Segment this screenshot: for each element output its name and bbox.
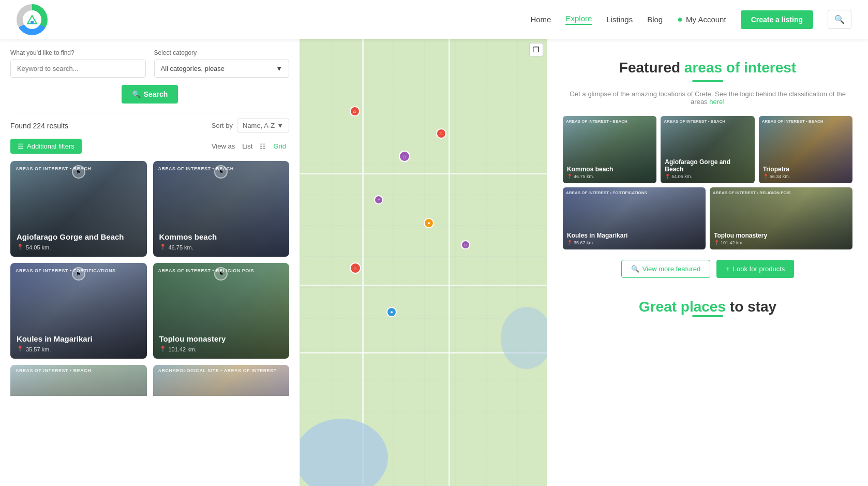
- search-label: What you'd like to find?: [10, 49, 146, 56]
- featured-desc-link[interactable]: here!: [709, 98, 725, 106]
- feat-card-distance: 📍 101.42 km.: [714, 240, 848, 245]
- nav-blog[interactable]: Blog: [647, 15, 663, 24]
- view-list-button[interactable]: List: [239, 141, 256, 152]
- nav-explore[interactable]: Explore: [565, 14, 592, 25]
- card-badge: AREAS OF INTEREST • FORTIFICATIONS: [16, 268, 115, 273]
- featured-card[interactable]: AREAS OF INTEREST • RELIGION POIS Toplou…: [710, 187, 852, 249]
- feat-card-inner: AREAS OF INTEREST • RELIGION POIS Toplou…: [710, 187, 852, 249]
- category-dropdown[interactable]: All categories, please ▼: [154, 60, 290, 78]
- map-pin[interactable]: ⌂: [350, 106, 360, 116]
- feat-card-content: Koules in Magarikari 📍 35.67 km.: [567, 232, 701, 245]
- card-pin-icon: ⚑: [214, 165, 228, 179]
- header-search-button[interactable]: 🔍: [828, 10, 851, 29]
- feat-card-distance: 📍 54.05 km.: [665, 174, 750, 179]
- look-products-button[interactable]: + Look for products: [716, 260, 794, 278]
- sort-area: Sort by Name, A-Z ▼: [212, 119, 289, 132]
- featured-card[interactable]: AREAS OF INTEREST • BEACH Kommos beach 📍…: [563, 116, 656, 183]
- card-content: Toplou monastery 📍 101.42 km.: [159, 334, 283, 352]
- card-distance: 📍 101.42 km.: [159, 346, 283, 352]
- category-field: Select category All categories, please ▼: [154, 49, 290, 78]
- chevron-down-icon: ▼: [276, 65, 282, 72]
- view-as-label: View as: [212, 142, 235, 150]
- featured-panel: Featured areas of interest Get a glimpse…: [547, 39, 868, 486]
- location-pin-icon: 📍: [17, 244, 24, 251]
- feat-card-badge: AREAS OF INTEREST • FORTIFICATIONS: [566, 190, 647, 195]
- sort-select[interactable]: Name, A-Z ▼: [237, 119, 289, 132]
- filters-view-bar: ☰ Additional filters View as List ☷ Grid: [10, 139, 289, 154]
- card-badge-partial: ARCHAEOLOGICAL SITE • AREAS OF INTEREST: [158, 368, 277, 373]
- sort-label: Sort by: [212, 122, 233, 129]
- additional-filters-button[interactable]: ☰ Additional filters: [10, 139, 82, 154]
- view-more-featured-button[interactable]: 🔍 View more featured: [621, 260, 711, 278]
- category-value: All categories, please: [161, 65, 225, 72]
- map-pin[interactable]: ⌂: [399, 151, 410, 162]
- feat-card-inner: AREAS OF INTEREST • BEACH Triopetra 📍 56…: [759, 116, 852, 183]
- filters-label: Additional filters: [27, 142, 74, 150]
- search-icon: 🔍: [834, 15, 845, 24]
- keyword-search-input[interactable]: [10, 60, 146, 78]
- category-label: Select category: [154, 49, 290, 56]
- featured-card[interactable]: AREAS OF INTEREST • FORTIFICATIONS Koule…: [563, 187, 706, 249]
- map-pin[interactable]: ●: [386, 307, 397, 317]
- divider: [10, 112, 289, 112]
- feat-card-content: Triopetra 📍 56.34 km.: [763, 166, 848, 179]
- great-places-suffix: to stay: [730, 299, 776, 315]
- feat-card-badge: AREAS OF INTEREST • BEACH: [664, 119, 725, 124]
- view-more-label: View more featured: [642, 265, 701, 273]
- header: Home Explore Listings Blog ● My Account …: [0, 0, 868, 39]
- feat-card-title: Triopetra: [763, 166, 848, 173]
- feat-card-badge: AREAS OF INTEREST • BEACH: [762, 119, 824, 124]
- map-area[interactable]: ⌂ ⌂ ⌂ ⌂ ● ⌂ ⌂ ● ❐: [300, 39, 547, 486]
- listing-card-partial[interactable]: ARCHAEOLOGICAL SITE • AREAS OF INTEREST: [153, 365, 290, 396]
- nav-listings[interactable]: Listings: [606, 15, 633, 24]
- nav-home[interactable]: Home: [530, 15, 551, 24]
- feat-card-title: Toplou monastery: [714, 232, 848, 239]
- view-options: View as List ☷ Grid: [212, 141, 289, 152]
- nav-account[interactable]: ● My Account: [677, 14, 726, 25]
- logo-inner: [23, 10, 41, 29]
- listing-card[interactable]: AREAS OF INTEREST • RELIGION POIS ⚑ Topl…: [153, 263, 290, 359]
- card-pin-icon: ⚑: [72, 165, 85, 179]
- card-badge: AREAS OF INTEREST • RELIGION POIS: [158, 268, 255, 273]
- great-places-title: Great places to stay: [578, 299, 837, 315]
- map-pin[interactable]: ●: [424, 218, 434, 228]
- svg-rect-1: [31, 21, 34, 24]
- look-products-label: Look for products: [733, 265, 785, 273]
- location-pin-icon: 📍: [159, 346, 167, 352]
- featured-actions: 🔍 View more featured + Look for products: [563, 260, 852, 278]
- map-pin[interactable]: ⌂: [350, 262, 361, 274]
- search-button[interactable]: 🔍 Search: [122, 85, 178, 104]
- title-underline: [692, 80, 723, 82]
- listing-card[interactable]: AREAS OF INTEREST • FORTIFICATIONS ⚑ Kou…: [10, 263, 147, 359]
- results-count: Found 224 results: [10, 122, 68, 130]
- card-content: Agiofarago Gorge and Beach 📍 54.05 km.: [17, 232, 141, 251]
- create-listing-button[interactable]: Create a listing: [741, 10, 813, 29]
- view-grid-button[interactable]: Grid: [270, 141, 289, 152]
- card-title: Toplou monastery: [159, 334, 283, 344]
- featured-card[interactable]: AREAS OF INTEREST • BEACH Triopetra 📍 56…: [759, 116, 852, 183]
- map-pin[interactable]: ⌂: [436, 128, 446, 139]
- search-section: What you'd like to find? Select category…: [10, 49, 289, 104]
- feat-card-badge: AREAS OF INTEREST • RELIGION POIS: [713, 190, 790, 195]
- map-pin[interactable]: ⌂: [461, 240, 470, 249]
- fullscreen-button[interactable]: ❐: [529, 43, 543, 56]
- map-pin[interactable]: ⌂: [374, 195, 383, 204]
- listing-card[interactable]: AREAS OF INTEREST • BEACH ⚑ Agiofarago G…: [10, 161, 147, 257]
- loc-icon: 📍: [714, 240, 720, 245]
- map-tile: ⌂ ⌂ ⌂ ⌂ ● ⌂ ⌂ ● ❐: [300, 39, 547, 486]
- listing-card[interactable]: AREAS OF INTEREST • BEACH ⚑ Kommos beach…: [153, 161, 290, 257]
- card-pin-icon: ⚑: [214, 267, 228, 281]
- card-pin-icon: ⚑: [72, 267, 85, 281]
- logo[interactable]: [17, 4, 48, 35]
- featured-card[interactable]: AREAS OF INTEREST • BEACH Agiofarago Gor…: [661, 116, 754, 183]
- listing-card-partial[interactable]: AREAS OF INTEREST • BEACH: [10, 365, 147, 396]
- feat-card-distance: 📍 46.75 km.: [567, 174, 652, 179]
- main-layout: What you'd like to find? Select category…: [0, 39, 868, 486]
- sort-value: Name, A-Z: [243, 122, 275, 129]
- great-places-section: Great places to stay: [563, 278, 852, 335]
- card-distance: 📍 46.75 km.: [159, 244, 283, 251]
- search-button-icon: 🔍: [132, 90, 141, 98]
- featured-title: Featured areas of interest: [563, 60, 852, 76]
- filter-icon: ☰: [18, 142, 24, 150]
- featured-grid-bottom: AREAS OF INTEREST • FORTIFICATIONS Koule…: [563, 187, 852, 249]
